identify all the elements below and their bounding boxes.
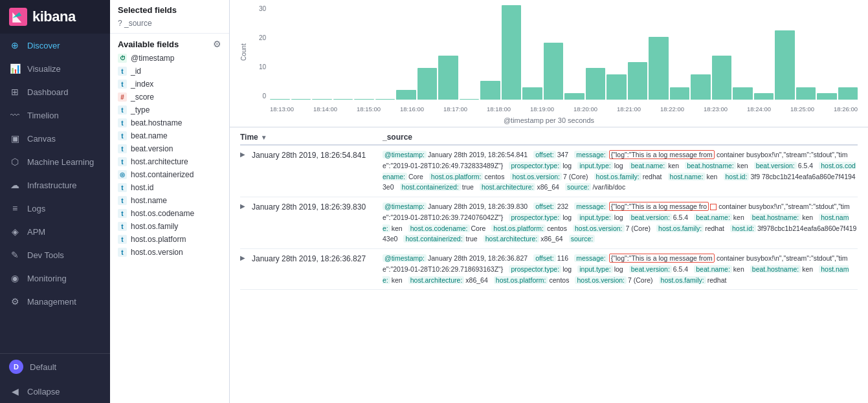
grid-icon: ⊞: [9, 86, 21, 98]
table-row-inner[interactable]: ▶ January 28th 2019, 18:26:36.827 @times…: [240, 249, 858, 289]
chart-bar: [564, 93, 584, 100]
field-item-score[interactable]: # _score: [110, 91, 229, 103]
table-row: ▶ January 28th 2019, 18:26:39.830 @times…: [240, 197, 858, 249]
chart-bar: [628, 62, 648, 100]
chart-bar: [333, 99, 353, 100]
sidebar-item-dashboard[interactable]: ⊞ Dashboard: [0, 80, 110, 103]
sidebar-item-infrastructure[interactable]: ☁ Infrastructure: [0, 173, 110, 197]
sidebar-item-label: Discover: [27, 41, 60, 50]
wave-icon: 〰: [9, 109, 21, 121]
field-name: host.os.version: [131, 248, 183, 257]
sidebar-item-label: Logs: [27, 204, 45, 213]
field-item-index[interactable]: t _index: [110, 78, 229, 91]
field-name: _id: [131, 67, 141, 76]
chart-bar: [396, 90, 416, 100]
source-label: ? _source: [118, 19, 152, 28]
selected-fields-title: Selected fields: [118, 5, 221, 15]
infra-icon: ☁: [9, 179, 21, 191]
field-name: host.containerized: [131, 170, 194, 179]
sidebar: kibana ⊕ Discover 📊 Visualize ⊞ Dashboar…: [0, 0, 110, 403]
sidebar-nav: ⊕ Discover 📊 Visualize ⊞ Dashboard 〰 Tim…: [0, 34, 110, 353]
sidebar-item-label: APM: [27, 227, 45, 237]
sidebar-item-label: Dashboard: [27, 87, 69, 97]
field-item-host-os-codename[interactable]: t host.os.codename: [110, 207, 229, 220]
sidebar-item-devtools[interactable]: ✎ Dev Tools: [0, 243, 110, 267]
chart-bar: [775, 30, 795, 100]
table-row: ▶ January 28th 2019, 18:26:36.827 @times…: [240, 249, 858, 290]
chart-bar: [312, 99, 332, 100]
selected-fields-section: Selected fields ? _source: [110, 0, 229, 34]
type-t-icon: t: [118, 131, 127, 140]
chart-bar: [522, 87, 542, 100]
sidebar-item-canvas[interactable]: ▣ Canvas: [0, 127, 110, 150]
chart-bar: [649, 37, 669, 100]
sidebar-item-monitoring[interactable]: ◉ Monitoring: [0, 267, 110, 290]
sidebar-item-ml[interactable]: ⬡ Machine Learning: [0, 150, 110, 173]
sidebar-logo: kibana: [0, 0, 110, 34]
field-item-host-os-platform[interactable]: t host.os.platform: [110, 233, 229, 246]
type-t-icon: t: [118, 80, 127, 89]
ml-icon: ⬡: [9, 156, 21, 168]
row-time-2: ▶ January 28th 2019, 18:26:39.830: [240, 201, 383, 245]
source-item[interactable]: ? _source: [118, 17, 221, 29]
type-t-icon: t: [118, 105, 127, 114]
svg-rect-0: [9, 8, 27, 26]
default-badge: D: [9, 360, 23, 374]
sidebar-item-label: Machine Learning: [27, 157, 94, 167]
chart-bar: [796, 87, 816, 100]
chart-bar: [586, 68, 606, 100]
type-t-icon: t: [118, 144, 127, 153]
row-expand-icon[interactable]: ▶: [240, 151, 245, 158]
table-row-inner[interactable]: ▶ January 28th 2019, 18:26:39.830 @times…: [240, 197, 858, 248]
field-item-host-os-family[interactable]: t host.os.family: [110, 220, 229, 233]
sidebar-item-timelion[interactable]: 〰 Timelion: [0, 103, 110, 127]
chart-bar: [417, 68, 438, 100]
type-t-icon: t: [118, 67, 127, 76]
field-item-timestamp[interactable]: ⏱ @timestamp: [110, 52, 229, 65]
chart-bars: [270, 5, 858, 100]
row-source-1: @timestamp:January 28th 2019, 18:26:54.8…: [383, 149, 858, 193]
sidebar-item-visualize[interactable]: 📊 Visualize: [0, 57, 110, 80]
chart-bar: [606, 74, 627, 100]
field-item-id[interactable]: t _id: [110, 65, 229, 78]
fields-settings-button[interactable]: ⚙: [213, 39, 221, 49]
field-item-host-name[interactable]: t host.name: [110, 194, 229, 207]
sidebar-item-discover[interactable]: ⊕ Discover: [0, 34, 110, 57]
canvas-icon: ▣: [9, 133, 21, 144]
field-item-host-id[interactable]: t host.id: [110, 181, 229, 194]
row-time-1: ▶ January 28th 2019, 18:26:54.841: [240, 149, 383, 193]
chart-bar: [712, 56, 732, 100]
field-name: beat.hostname: [131, 118, 182, 127]
table-row-inner[interactable]: ▶ January 28th 2019, 18:26:54.841 @times…: [240, 146, 858, 197]
field-item-beat-version[interactable]: t beat.version: [110, 142, 229, 155]
field-item-type[interactable]: t _type: [110, 103, 229, 116]
field-name: host.id: [131, 183, 153, 192]
chart-bar: [460, 99, 480, 100]
field-name: host.os.platform: [131, 235, 186, 244]
management-icon: ⚙: [9, 296, 21, 307]
sidebar-item-logs[interactable]: ≡ Logs: [0, 197, 110, 220]
column-time[interactable]: Time ▼: [240, 133, 383, 142]
sidebar-item-collapse[interactable]: ◀ Collapse: [0, 380, 110, 403]
row-expand-icon[interactable]: ▶: [240, 202, 245, 210]
available-fields-title: Available fields: [118, 39, 179, 49]
chart-bar: [354, 99, 374, 100]
kibana-logo-text: kibana: [32, 8, 76, 25]
sort-arrow-icon: ▼: [261, 134, 267, 141]
available-fields-header: Available fields ⚙: [110, 34, 229, 52]
field-item-host-os-version[interactable]: t host.os.version: [110, 246, 229, 259]
row-expand-icon[interactable]: ▶: [240, 254, 245, 261]
chart-bar: [754, 93, 774, 100]
field-item-host-containerized[interactable]: ◎ host.containerized: [110, 168, 229, 181]
sidebar-item-default[interactable]: D Default: [0, 354, 110, 380]
field-item-host-architecture[interactable]: t host.architecture: [110, 155, 229, 168]
field-item-beat-name[interactable]: t beat.name: [110, 129, 229, 142]
sidebar-item-label: Management: [27, 297, 76, 307]
sidebar-item-apm[interactable]: ◈ APM: [0, 220, 110, 243]
type-clock-icon: ⏱: [118, 54, 127, 63]
field-item-beat-hostname[interactable]: t beat.hostname: [110, 116, 229, 129]
chart-bar: [838, 87, 858, 100]
column-source: _source: [383, 133, 858, 142]
monitoring-icon: ◉: [9, 272, 21, 284]
sidebar-item-management[interactable]: ⚙ Management: [0, 290, 110, 313]
